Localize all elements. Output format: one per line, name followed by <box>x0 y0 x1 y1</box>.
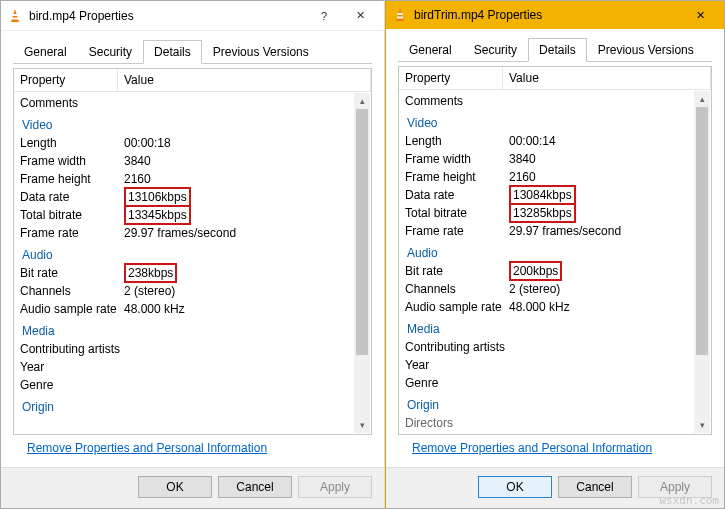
scroll-thumb[interactable] <box>696 107 708 355</box>
section-audio: Audio <box>399 244 711 262</box>
highlight-bit-rate: 200kbps <box>509 261 562 281</box>
ok-button[interactable]: OK <box>138 476 212 498</box>
row-contributing-artists[interactable]: Contributing artists <box>399 338 711 356</box>
scrollbar[interactable]: ▴ ▾ <box>354 93 370 433</box>
svg-rect-1 <box>13 14 18 16</box>
titlebar[interactable]: bird.mp4 Properties ? ✕ <box>1 1 384 31</box>
row-year[interactable]: Year <box>14 358 371 376</box>
highlight-bit-rate: 238kbps <box>124 263 177 283</box>
section-origin: Origin <box>14 398 371 416</box>
row-length[interactable]: Length00:00:14 <box>399 132 711 150</box>
row-total-bitrate[interactable]: Total bitrate13345kbps <box>14 206 371 224</box>
remove-properties-link[interactable]: Remove Properties and Personal Informati… <box>13 435 372 461</box>
row-data-rate[interactable]: Data rate13084kbps <box>399 186 711 204</box>
row-genre[interactable]: Genre <box>399 374 711 392</box>
highlight-data-rate: 13106kbps <box>124 187 191 207</box>
vlc-icon <box>392 7 408 23</box>
row-channels[interactable]: Channels2 (stereo) <box>399 280 711 298</box>
row-directors[interactable]: Directors <box>399 414 711 432</box>
row-bit-rate[interactable]: Bit rate200kbps <box>399 262 711 280</box>
row-comments[interactable]: Comments <box>399 92 711 110</box>
row-frame-height[interactable]: Frame height2160 <box>14 170 371 188</box>
remove-properties-link[interactable]: Remove Properties and Personal Informati… <box>398 435 712 461</box>
row-frame-rate[interactable]: Frame rate29.97 frames/second <box>399 222 711 240</box>
scroll-down-icon[interactable]: ▾ <box>354 417 370 433</box>
tab-previous-versions[interactable]: Previous Versions <box>202 40 320 63</box>
svg-rect-4 <box>398 13 403 15</box>
section-video: Video <box>399 114 711 132</box>
column-value[interactable]: Value <box>503 67 711 89</box>
row-frame-rate[interactable]: Frame rate29.97 frames/second <box>14 224 371 242</box>
scroll-up-icon[interactable]: ▴ <box>354 93 370 109</box>
section-video: Video <box>14 116 371 134</box>
row-sample-rate[interactable]: Audio sample rate48.000 kHz <box>399 298 711 316</box>
properties-window-left: bird.mp4 Properties ? ✕ General Security… <box>0 0 385 509</box>
window-title: bird.mp4 Properties <box>29 9 306 23</box>
row-bit-rate[interactable]: Bit rate238kbps <box>14 264 371 282</box>
tab-general[interactable]: General <box>398 38 463 61</box>
row-frame-width[interactable]: Frame width3840 <box>14 152 371 170</box>
section-media: Media <box>399 320 711 338</box>
svg-rect-2 <box>12 17 18 19</box>
row-frame-width[interactable]: Frame width3840 <box>399 150 711 168</box>
window-title: birdTrim.mp4 Properties <box>414 8 682 22</box>
tabs: General Security Details Previous Versio… <box>386 29 724 61</box>
tab-details[interactable]: Details <box>528 38 587 62</box>
help-button[interactable]: ? <box>306 4 342 28</box>
row-frame-height[interactable]: Frame height2160 <box>399 168 711 186</box>
dialog-buttons: OK Cancel Apply <box>1 467 384 508</box>
section-audio: Audio <box>14 246 371 264</box>
properties-window-right: birdTrim.mp4 Properties ✕ General Securi… <box>385 0 725 509</box>
vlc-icon <box>7 8 23 24</box>
row-sample-rate[interactable]: Audio sample rate48.000 kHz <box>14 300 371 318</box>
tabs: General Security Details Previous Versio… <box>1 31 384 63</box>
row-comments[interactable]: Comments <box>14 94 371 112</box>
apply-button[interactable]: Apply <box>298 476 372 498</box>
scroll-thumb[interactable] <box>356 109 368 355</box>
scrollbar[interactable]: ▴ ▾ <box>694 91 710 433</box>
scroll-down-icon[interactable]: ▾ <box>694 417 710 433</box>
highlight-total-bitrate: 13285kbps <box>509 203 576 223</box>
ok-button[interactable]: OK <box>478 476 552 498</box>
details-list: Property Value Comments Video Length00:0… <box>13 68 372 435</box>
row-genre[interactable]: Genre <box>14 376 371 394</box>
column-property[interactable]: Property <box>399 67 503 89</box>
watermark: wsxdn.com <box>659 494 719 507</box>
scroll-up-icon[interactable]: ▴ <box>694 91 710 107</box>
highlight-total-bitrate: 13345kbps <box>124 205 191 225</box>
tab-details[interactable]: Details <box>143 40 202 64</box>
tab-security[interactable]: Security <box>463 38 528 61</box>
tab-general[interactable]: General <box>13 40 78 63</box>
row-channels[interactable]: Channels2 (stereo) <box>14 282 371 300</box>
titlebar[interactable]: birdTrim.mp4 Properties ✕ <box>386 1 724 29</box>
highlight-data-rate: 13084kbps <box>509 185 576 205</box>
cancel-button[interactable]: Cancel <box>218 476 292 498</box>
section-media: Media <box>14 322 371 340</box>
svg-rect-5 <box>397 17 403 19</box>
tab-security[interactable]: Security <box>78 40 143 63</box>
row-year[interactable]: Year <box>399 356 711 374</box>
close-button[interactable]: ✕ <box>342 4 378 28</box>
cancel-button[interactable]: Cancel <box>558 476 632 498</box>
tab-previous-versions[interactable]: Previous Versions <box>587 38 705 61</box>
row-contributing-artists[interactable]: Contributing artists <box>14 340 371 358</box>
row-data-rate[interactable]: Data rate13106kbps <box>14 188 371 206</box>
details-list: Property Value Comments Video Length00:0… <box>398 66 712 435</box>
close-button[interactable]: ✕ <box>682 3 718 27</box>
row-length[interactable]: Length00:00:18 <box>14 134 371 152</box>
section-origin: Origin <box>399 396 711 414</box>
column-value[interactable]: Value <box>118 69 371 91</box>
column-property[interactable]: Property <box>14 69 118 91</box>
row-total-bitrate[interactable]: Total bitrate13285kbps <box>399 204 711 222</box>
